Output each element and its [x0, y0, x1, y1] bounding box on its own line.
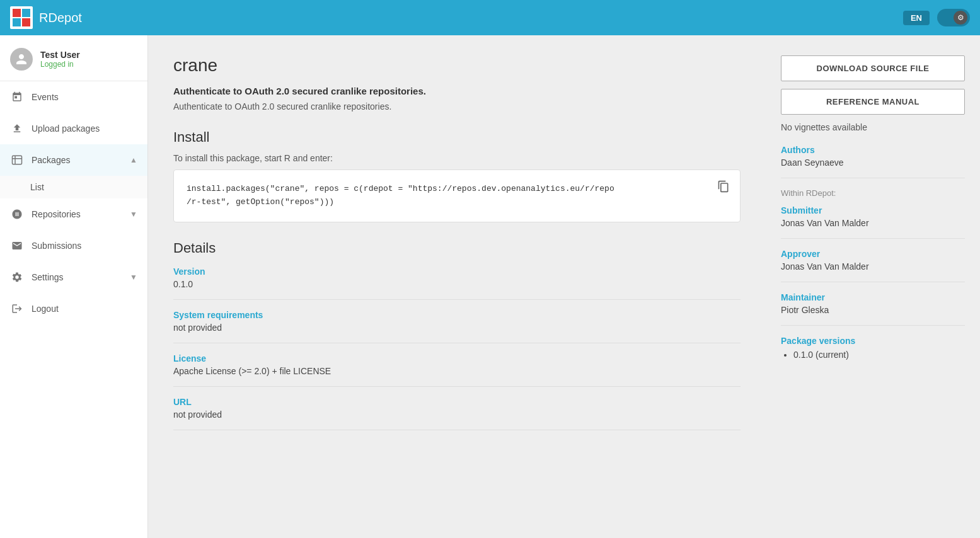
sidebar-item-submissions[interactable]: Submissions — [0, 230, 147, 261]
packages-submenu: List — [0, 176, 147, 198]
install-code-line1: install.packages("crane", repos = c(rdep… — [187, 184, 614, 193]
reference-manual-button[interactable]: REFERENCE MANUAL — [781, 89, 965, 115]
package-icon — [10, 153, 24, 167]
detail-url: URL not provided — [173, 397, 741, 430]
top-header: RDepot EN ⚙ — [0, 0, 980, 35]
authors-label: Authors — [781, 145, 965, 155]
panel-pkg-versions: Package versions 0.1.0 (current) — [781, 336, 965, 371]
sidebar-label-packages: Packages — [32, 155, 122, 165]
sidebar-label-list: List — [30, 182, 44, 192]
sidebar-label-upload: Upload packages — [32, 123, 137, 134]
rdepot-logo-svg — [13, 9, 30, 26]
detail-license: License Apache License (>= 2.0) + file L… — [173, 353, 741, 387]
sidebar-label-submissions: Submissions — [32, 241, 137, 251]
header-right: EN ⚙ — [903, 9, 970, 26]
code-block: install.packages("crane", repos = c(rdep… — [173, 169, 741, 222]
user-name: Test User — [40, 50, 80, 60]
logo-icon — [10, 6, 33, 29]
panel-submitter: Submitter Jonas Van Van Malder — [781, 205, 965, 239]
approver-label: Approver — [781, 249, 965, 259]
svg-rect-2 — [13, 18, 21, 26]
sidebar-item-logout[interactable]: Logout — [0, 293, 147, 324]
install-label: To install this package, start R and ent… — [173, 153, 741, 163]
panel-maintainer: Maintainer Piotr Gleska — [781, 292, 965, 326]
url-value: not provided — [173, 409, 741, 420]
sidebar-label-repositories: Repositories — [32, 209, 122, 219]
install-heading: Install — [173, 129, 741, 146]
calendar-icon — [10, 90, 24, 104]
avatar — [10, 48, 33, 71]
svg-rect-1 — [22, 9, 30, 17]
sidebar-label-events: Events — [32, 92, 137, 102]
license-label: License — [173, 353, 741, 363]
mail-icon — [10, 239, 24, 253]
package-desc: Authenticate to OAuth 2.0 secured cranli… — [173, 101, 741, 112]
maintainer-label: Maintainer — [781, 292, 965, 302]
sidebar-item-list[interactable]: List — [0, 176, 147, 198]
license-value: Apache License (>= 2.0) + file LICENSE — [173, 366, 741, 376]
version-label: Version — [173, 266, 741, 277]
authors-value: Daan Seynaeve — [781, 157, 965, 168]
version-list-item: 0.1.0 (current) — [793, 348, 965, 361]
language-selector[interactable]: EN — [903, 11, 930, 25]
settings-icon — [10, 270, 24, 284]
upload-icon — [10, 122, 24, 135]
user-status: Logged in — [40, 60, 80, 69]
sysreq-value: not provided — [173, 323, 741, 333]
sysreq-label: System requirements — [173, 310, 741, 320]
logout-icon — [10, 302, 24, 316]
submitter-label: Submitter — [781, 205, 965, 215]
sidebar-item-events[interactable]: Events — [0, 81, 147, 113]
panel-authors: Authors Daan Seynaeve — [781, 145, 965, 178]
within-rdepot-label: Within RDepot: — [781, 188, 965, 198]
maintainer-value: Piotr Gleska — [781, 305, 965, 315]
pkg-versions-label: Package versions — [781, 336, 965, 346]
details-heading: Details — [173, 240, 741, 256]
install-code-line2: /r-test", getOption("repos"))) — [187, 197, 334, 207]
submitter-value: Jonas Van Van Malder — [781, 218, 965, 228]
copy-button[interactable] — [715, 178, 732, 198]
package-desc-bold: Authenticate to OAuth 2.0 secured cranli… — [173, 86, 741, 96]
version-value: 0.1.0 — [173, 279, 741, 289]
user-info: Test User Logged in — [40, 50, 80, 69]
sidebar-item-settings[interactable]: Settings ▼ — [0, 261, 147, 293]
approver-value: Jonas Van Van Malder — [781, 261, 965, 272]
repo-icon — [10, 207, 24, 221]
main-layout: Test User Logged in Events Upload packag… — [0, 35, 980, 538]
no-vignettes-text: No vignettes available — [781, 122, 965, 132]
chevron-down-settings-icon: ▼ — [130, 273, 137, 282]
svg-rect-4 — [13, 156, 22, 164]
right-panel: DOWNLOAD SOURCE FILE REFERENCE MANUAL No… — [766, 35, 980, 538]
user-section: Test User Logged in — [0, 35, 147, 81]
app-title: RDepot — [39, 11, 82, 25]
download-source-button[interactable]: DOWNLOAD SOURCE FILE — [781, 55, 965, 81]
panel-approver: Approver Jonas Van Van Malder — [781, 249, 965, 282]
theme-toggle-circle: ⚙ — [954, 11, 967, 25]
sidebar-item-repositories[interactable]: Repositories ▼ — [0, 198, 147, 230]
version-list: 0.1.0 (current) — [781, 348, 965, 361]
package-name: crane — [173, 55, 741, 76]
theme-toggle[interactable]: ⚙ — [937, 9, 970, 26]
url-label: URL — [173, 397, 741, 407]
sidebar-item-upload[interactable]: Upload packages — [0, 113, 147, 144]
sidebar-label-settings: Settings — [32, 272, 122, 282]
svg-rect-0 — [13, 9, 21, 17]
logo-area: RDepot — [10, 6, 903, 29]
detail-sysreq: System requirements not provided — [173, 310, 741, 343]
sidebar-label-logout: Logout — [32, 304, 137, 314]
detail-version: Version 0.1.0 — [173, 266, 741, 300]
chevron-down-icon: ▼ — [130, 210, 137, 219]
chevron-up-icon: ▲ — [130, 156, 137, 164]
main-content: crane Authenticate to OAuth 2.0 secured … — [148, 35, 766, 538]
sidebar-item-packages[interactable]: Packages ▲ — [0, 144, 147, 176]
sidebar: Test User Logged in Events Upload packag… — [0, 35, 148, 538]
svg-rect-3 — [22, 18, 30, 26]
